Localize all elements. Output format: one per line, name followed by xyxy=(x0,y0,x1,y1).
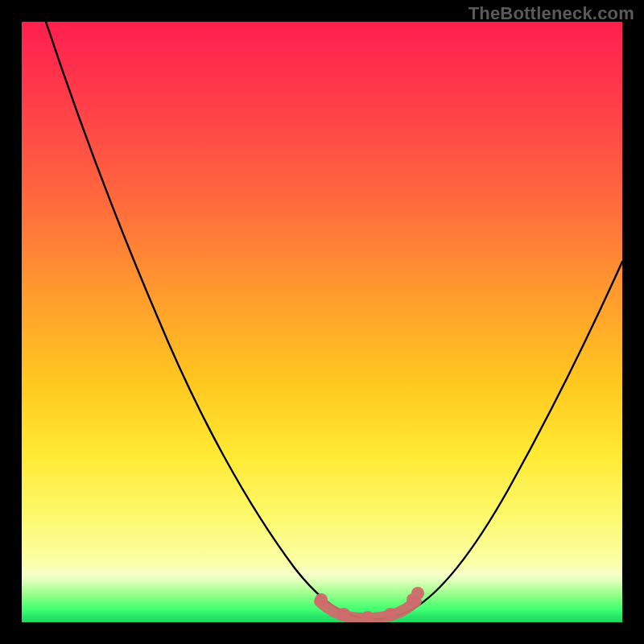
watermark-text: TheBottleneck.com xyxy=(469,3,634,24)
dot xyxy=(384,608,397,621)
bottleneck-curve xyxy=(46,22,622,619)
dot xyxy=(337,608,350,621)
curve-layer xyxy=(22,22,622,622)
chart-frame: TheBottleneck.com xyxy=(0,0,644,644)
plot-area xyxy=(22,22,622,622)
dot xyxy=(411,587,424,600)
dot xyxy=(315,593,328,606)
